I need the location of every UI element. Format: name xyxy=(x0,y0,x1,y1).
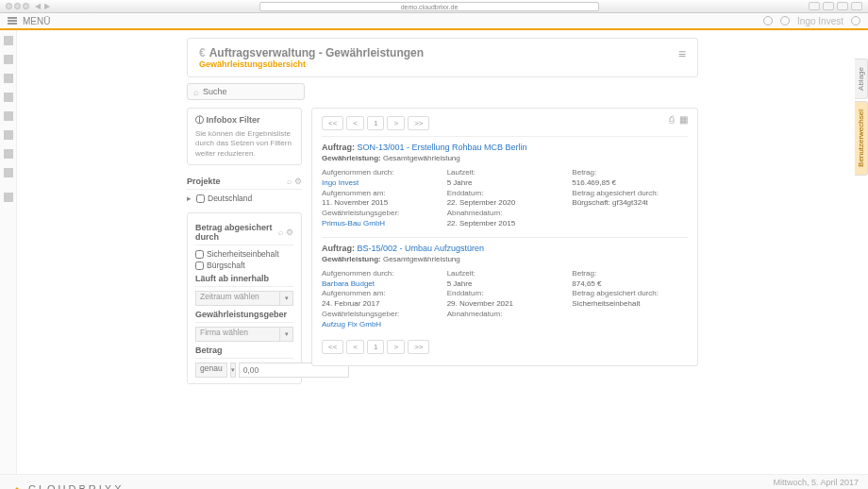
nav-chart-icon[interactable] xyxy=(4,74,13,83)
project-item[interactable]: ▸Deutschland xyxy=(187,194,302,203)
pager-prev[interactable]: < xyxy=(346,340,364,354)
nav-camera-icon[interactable] xyxy=(4,111,13,121)
search-small-icon[interactable]: ⌕ xyxy=(278,228,283,237)
pager-next[interactable]: > xyxy=(387,340,405,354)
chevron-down-icon[interactable]: ▾ xyxy=(280,327,293,342)
result-entry: Auftrag: SON-13/001 - Erstellung Rohbau … xyxy=(322,136,688,237)
pager-prev[interactable]: < xyxy=(346,116,364,130)
nav-home-icon[interactable] xyxy=(4,36,13,45)
panel-menu-icon[interactable]: ≡ xyxy=(678,46,686,61)
chevron-down-icon[interactable]: ▾ xyxy=(230,363,236,378)
pager-last[interactable]: >> xyxy=(408,116,429,130)
nav-building-icon[interactable] xyxy=(4,55,13,64)
nav-molecule-icon[interactable] xyxy=(4,168,13,177)
expires-title: Läuft ab innerhalb xyxy=(195,274,269,283)
pager-page[interactable]: 1 xyxy=(367,116,384,130)
pager-page[interactable]: 1 xyxy=(367,340,384,354)
nav-doc-icon[interactable] xyxy=(4,149,13,159)
nav-cloud-icon[interactable] xyxy=(4,93,13,102)
projects-title: Projekte xyxy=(187,177,221,186)
warrantor-title: Gewährleistungsgeber xyxy=(195,310,287,319)
grid-icon[interactable]: ▦ xyxy=(679,114,688,125)
search-icon: ⌕ xyxy=(193,87,199,97)
footer-date: Mittwoch, 5. April 2017 xyxy=(773,478,859,489)
nav-calendar-icon[interactable] xyxy=(4,130,13,140)
amount-title: Betrag xyxy=(195,346,223,355)
page-title: Auftragsverwaltung - Gewährleistungen xyxy=(209,46,424,59)
project-checkbox[interactable] xyxy=(196,194,205,203)
entry-user-link[interactable]: Ingo Invest xyxy=(322,178,438,189)
entry-link[interactable]: SON-13/001 - Erstellung Rohbau MCB Berli… xyxy=(358,143,527,152)
result-entry: Auftrag: BS-15/002 - Umbau Aufzugstüren … xyxy=(322,237,688,338)
page-header: €Auftragsverwaltung - Gewährleistungen G… xyxy=(187,38,698,77)
help-icon[interactable] xyxy=(780,16,790,25)
entry-company-link[interactable]: Aufzug Fix GmbH xyxy=(322,320,438,330)
search-small-icon[interactable]: ⌕ xyxy=(287,177,292,186)
pager-first[interactable]: << xyxy=(322,116,343,130)
pager-first[interactable]: << xyxy=(322,340,343,354)
url-input[interactable] xyxy=(259,2,599,11)
infobox-filter: ⓘ Infobox Filter Sie können die Ergebnis… xyxy=(187,108,302,165)
entry-sub: Gewährleistung: Gesamtgewährleistung xyxy=(322,255,688,263)
expires-select[interactable]: Zeitraum wählen▾ xyxy=(195,291,293,306)
secured-opt1[interactable]: Sicherheitseinbehalt xyxy=(195,249,293,259)
nav-fwd-icon[interactable]: ▶ xyxy=(44,2,50,10)
page-subtitle: Gewährleistungsübersicht xyxy=(199,59,424,69)
user-name[interactable]: Ingo Invest xyxy=(797,16,843,26)
search-box[interactable]: ⌕ xyxy=(187,83,305,100)
tab-ablage[interactable]: Ablage xyxy=(855,59,868,99)
menu-label[interactable]: MENÜ xyxy=(23,16,50,26)
power-icon[interactable] xyxy=(851,16,860,25)
nav-settings-icon[interactable] xyxy=(4,193,13,202)
filter-panel: Betrag abgesichert durch ⌕⚙ Sicherheitse… xyxy=(187,212,302,384)
nav-back-icon[interactable]: ◀ xyxy=(35,2,41,10)
entry-prefix: Auftrag: xyxy=(322,143,355,152)
euro-icon: € xyxy=(199,46,206,59)
tree-arrow-icon[interactable]: ▸ xyxy=(187,194,192,203)
footer: CLOUDBRIXX. Mittwoch, 5. April 201719:52… xyxy=(0,474,868,489)
secured-title: Betrag abgesichert durch xyxy=(195,223,278,242)
gear-icon[interactable]: ⚙ xyxy=(294,177,302,186)
tab-benutzerwechsel[interactable]: Benutzerwechsel xyxy=(855,101,868,176)
pager-last[interactable]: >> xyxy=(408,340,429,354)
info-icon: ⓘ xyxy=(195,115,207,125)
pager-next[interactable]: > xyxy=(387,116,405,130)
gear-icon[interactable]: ⚙ xyxy=(286,228,293,237)
projects-section: Projekte ⌕⚙ ▸Deutschland xyxy=(187,177,302,205)
warrantor-select[interactable]: Firma wählen▾ xyxy=(195,327,293,342)
entry-company-link[interactable]: Primus-Bau GmbH xyxy=(322,219,438,229)
app-topbar: MENÜ Ingo Invest xyxy=(0,13,868,30)
print-icon[interactable]: ⎙ xyxy=(669,114,675,125)
entry-prefix: Auftrag: xyxy=(322,244,355,253)
brand-text: CLOUDBRIXX. xyxy=(28,483,130,490)
entry-sub: Gewährleistung: Gesamtgewährleistung xyxy=(322,154,688,162)
hamburger-icon[interactable] xyxy=(8,17,17,25)
browser-actions xyxy=(809,2,862,10)
trophy-icon[interactable] xyxy=(763,16,773,25)
entry-user-link[interactable]: Barbara Budget xyxy=(322,279,438,290)
infobox-desc: Sie können die Ergebnisliste durch das S… xyxy=(195,129,293,159)
side-nav xyxy=(0,30,17,474)
results-panel: ⎙▦ << < 1 > >> Auftrag: SON-13/001 - Ers… xyxy=(311,108,698,366)
amount-mode[interactable]: genau xyxy=(195,363,227,378)
mac-titlebar: ◀ ▶ xyxy=(0,0,868,13)
secured-opt2[interactable]: Bürgschaft xyxy=(195,261,293,270)
window-dots xyxy=(6,1,31,11)
pager-top: << < 1 > >> xyxy=(322,116,669,130)
pager-bottom: << < 1 > >> xyxy=(322,340,688,354)
brand-logo-icon xyxy=(9,482,25,490)
entry-link[interactable]: BS-15/002 - Umbau Aufzugstüren xyxy=(358,244,485,253)
chevron-down-icon[interactable]: ▾ xyxy=(280,291,293,306)
search-input[interactable] xyxy=(203,87,298,96)
